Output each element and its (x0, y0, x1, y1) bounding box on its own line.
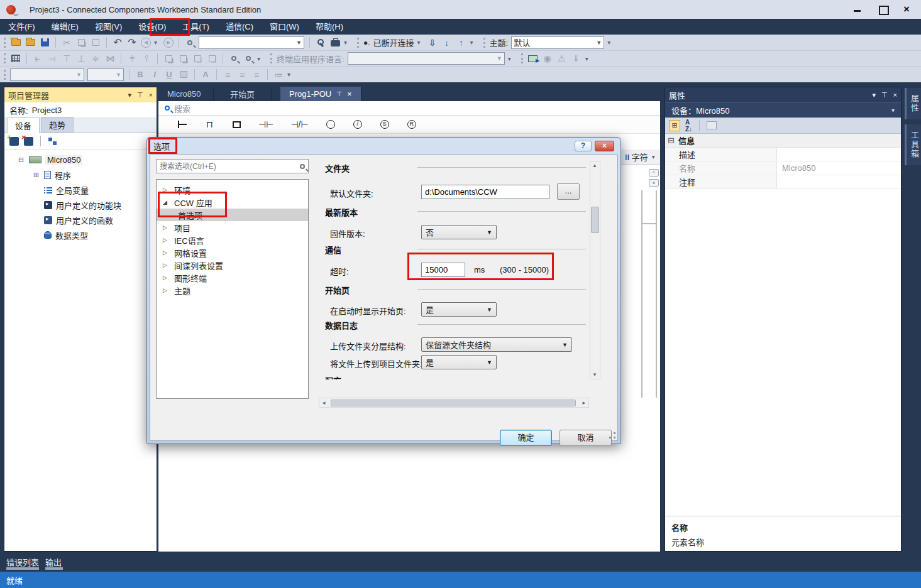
options-tree-watch-list-settings[interactable]: ▷间谍列表设置 (157, 259, 308, 271)
menu-device[interactable]: 设备(D) (130, 19, 174, 35)
font-name-combobox[interactable]: ▼ (10, 68, 84, 81)
options-wrench-icon[interactable] (315, 37, 326, 48)
bold-icon[interactable]: B (135, 69, 146, 80)
resize-grip[interactable] (609, 432, 615, 438)
collapse-icon[interactable]: ⊟ (17, 156, 25, 164)
toolbar-grip[interactable] (4, 70, 7, 80)
options-tree-preferences[interactable]: 首选项 (157, 209, 308, 221)
menu-help[interactable]: 帮助(H) (307, 19, 351, 35)
tree-item-programs[interactable]: ⊞ 程序 (8, 167, 157, 182)
collapse-rung-icon[interactable]: ^ (649, 169, 659, 177)
paste-icon[interactable] (90, 37, 101, 48)
upload-structure-combobox[interactable]: 保留源文件夹结构▼ (421, 337, 572, 352)
navigate-back-icon[interactable]: ◀ (141, 38, 151, 48)
set-coil-tool-icon[interactable]: S (380, 120, 390, 129)
tab-output[interactable]: 输出 (45, 556, 62, 568)
delete-item-icon[interactable] (24, 137, 33, 146)
save-icon[interactable] (39, 37, 50, 48)
center-horizontal-icon[interactable]: ≑ (90, 53, 101, 64)
scroll-left-icon[interactable]: ◄ (321, 400, 326, 406)
device-selector[interactable]: 设备：Micro850 ▾ (665, 102, 901, 117)
browse-button[interactable]: ... (557, 183, 580, 200)
options-tree-graphic-terminal[interactable]: ▷图形终端 (157, 271, 308, 284)
branch-tool-icon[interactable]: ⊓ (204, 119, 214, 129)
pin-icon[interactable]: ⊤ (137, 91, 143, 99)
scroll-up-icon[interactable]: ▲ (592, 163, 597, 168)
expand-rung-icon[interactable]: v (649, 179, 659, 187)
reset-coil-tool-icon[interactable]: R (407, 120, 417, 129)
expand-tree-icon[interactable] (48, 137, 57, 146)
toolbar-overflow-icon[interactable]: ▾ (287, 71, 294, 78)
align-bottom-icon[interactable]: ⊥ (75, 53, 87, 64)
send-to-back-icon[interactable] (177, 53, 189, 64)
connection-dropdown-icon[interactable]: ▾ (417, 39, 424, 46)
redo-icon[interactable]: ↷ (126, 37, 138, 48)
undo-icon[interactable]: ↶ (112, 37, 123, 48)
minimize-button[interactable] (853, 6, 862, 13)
ok-button[interactable]: 确定 (500, 430, 552, 446)
copy-icon[interactable] (75, 37, 87, 48)
close-button[interactable]: × (903, 6, 912, 13)
download-page-icon[interactable]: ⇓ (571, 53, 582, 64)
underline-icon[interactable]: U (163, 69, 175, 80)
toolbar-overflow-icon[interactable]: ▾ (257, 55, 263, 62)
collapse-icon[interactable]: ⊟ (668, 136, 675, 145)
text-align-center-icon[interactable]: ≡ (236, 69, 248, 80)
options-tree-project[interactable]: ▷项目 (157, 221, 308, 234)
properties-header[interactable]: 属性 ▾ ⊤ × (665, 87, 901, 102)
panel-menu-icon[interactable]: ▾ (872, 91, 876, 99)
property-row-comment[interactable]: 注释 (665, 175, 901, 189)
add-item-icon[interactable] (9, 137, 19, 146)
options-search-input[interactable] (160, 162, 300, 171)
space-across-icon[interactable]: ⫩ (126, 53, 138, 64)
menu-tools[interactable]: 工具(T) (174, 19, 218, 35)
tree-item-global-variables[interactable]: 全局变量 (8, 182, 157, 197)
navigate-forward-icon[interactable]: ▶ (163, 38, 174, 48)
dropdown-icon[interactable]: ▾ (652, 153, 658, 160)
download-icon[interactable]: ↓ (441, 37, 453, 48)
instruction-block-tool-icon[interactable] (231, 121, 241, 128)
fault-warning-icon[interactable]: ⚠ (556, 53, 568, 64)
toolbar-grip[interactable] (357, 38, 360, 48)
find-icon[interactable] (184, 37, 196, 48)
dropdown-icon[interactable]: ▾ (891, 107, 895, 114)
doc-tab-startpage[interactable]: 开始页 (214, 87, 272, 101)
scrollbar-thumb[interactable] (591, 207, 599, 233)
side-tab-toolbox[interactable]: 工具箱 (905, 124, 921, 165)
toolbar-grip[interactable] (483, 38, 487, 48)
upload-to-project-combobox[interactable]: 是▼ (421, 355, 497, 369)
text-align-left-icon[interactable]: ≡ (222, 69, 233, 80)
maximize-button[interactable] (878, 6, 887, 13)
rung-tool-icon[interactable] (177, 121, 187, 128)
dialog-help-icon[interactable]: ? (575, 141, 592, 151)
font-color-icon[interactable]: A (200, 69, 211, 80)
toolbar-overflow-icon[interactable]: ▾ (585, 55, 592, 62)
close-icon[interactable]: × (347, 89, 352, 99)
grid-icon[interactable] (10, 53, 21, 64)
zoom-in-icon[interactable] (228, 53, 240, 64)
find-combobox[interactable]: ▼ (199, 36, 304, 49)
close-icon[interactable]: × (893, 91, 897, 99)
toolbox-case-icon[interactable] (329, 37, 341, 48)
bring-forward-icon[interactable] (192, 53, 203, 64)
options-tree-iec-languages[interactable]: ▷IEC语言 (157, 234, 308, 246)
tree-item-user-function-blocks[interactable]: 用户定义的功能块 (8, 197, 157, 212)
options-horizontal-scrollbar[interactable]: ◄ ► (319, 398, 589, 408)
tree-item-data-types[interactable]: 数据类型 (8, 227, 157, 242)
property-row-name[interactable]: 名称 Micro850 (665, 161, 901, 175)
cancel-button[interactable]: 取消 (560, 430, 612, 446)
doc-tab-prog1-pou[interactable]: Prog1-POU ⊤ × (280, 87, 361, 101)
scroll-down-icon[interactable]: ▼ (592, 372, 597, 378)
scrollbar-thumb[interactable] (331, 400, 576, 406)
editor-search-bar[interactable]: 搜索 (158, 101, 660, 116)
property-row-description[interactable]: 描述 (665, 148, 901, 161)
tree-item-user-functions[interactable]: 用户定义的函数 (8, 212, 157, 227)
menu-communication[interactable]: 通信(C) (218, 19, 262, 35)
new-project-icon[interactable] (10, 37, 21, 48)
italic-icon[interactable]: I (149, 69, 160, 80)
show-startpage-combobox[interactable]: 是▼ (421, 302, 497, 317)
side-tab-properties[interactable]: 属性 (905, 88, 921, 119)
reverse-contact-tool-icon[interactable]: ⊣/⊢ (290, 119, 308, 129)
options-dialog-titlebar[interactable]: 选项 ? × (147, 138, 620, 155)
toolbar-grip[interactable] (521, 53, 524, 63)
